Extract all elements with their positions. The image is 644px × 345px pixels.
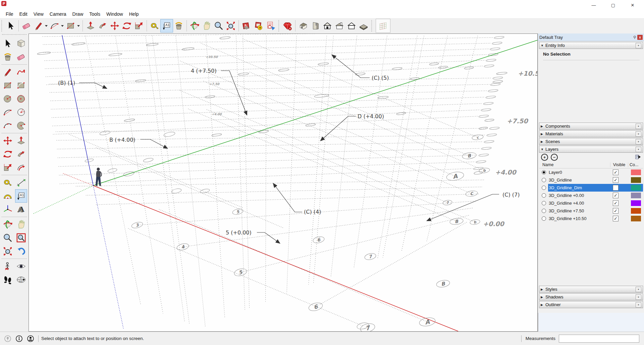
layer-row[interactable]: 3D_Gridline_Dim — [539, 184, 643, 192]
freehand-tool-button[interactable] — [15, 66, 27, 78]
menu-file[interactable]: File — [3, 11, 16, 17]
component-tool-button[interactable] — [15, 37, 27, 50]
layer-color-swatch[interactable] — [631, 216, 641, 221]
section-close-icon[interactable]: × — [636, 302, 641, 307]
section-header-materials[interactable]: ▶Materials× — [539, 130, 643, 137]
visible-checkbox[interactable]: ✓ — [613, 177, 619, 183]
layer-details-menu-icon[interactable] — [635, 154, 641, 160]
house_roof-tool-button[interactable] — [358, 19, 370, 32]
arc-dropdown-icon[interactable] — [61, 25, 64, 27]
select-tool-button[interactable] — [5, 19, 17, 32]
select-tool-button[interactable] — [2, 37, 13, 50]
layer-row[interactable]: 3D_Gridline +4.00✓ — [539, 199, 643, 207]
close-button[interactable]: ✕ — [625, 0, 640, 10]
sign-in-icon[interactable] — [27, 335, 34, 342]
pan-tool-button[interactable] — [15, 218, 27, 231]
house_back-tool-button[interactable] — [345, 19, 358, 32]
followme-tool-button[interactable] — [15, 148, 27, 160]
house_iso-tool-button[interactable] — [297, 19, 309, 32]
offset-tool-button[interactable] — [15, 161, 27, 174]
section-header-layers[interactable]: ▼Layers× — [539, 146, 643, 153]
column-header-visible[interactable]: Visible — [610, 162, 628, 167]
prev-tool-button[interactable] — [15, 245, 27, 258]
visible-checkbox[interactable]: ✓ — [613, 208, 619, 214]
add-layer-button[interactable]: + — [541, 154, 548, 161]
section-close-icon[interactable]: × — [636, 43, 641, 48]
collapse-icon[interactable]: ▼ — [541, 148, 545, 151]
wh2-tool-button[interactable] — [253, 19, 265, 32]
expand-icon[interactable]: ▶ — [541, 132, 545, 136]
layer-color-swatch[interactable] — [631, 193, 641, 198]
geolocation-icon[interactable] — [4, 335, 11, 342]
remove-layer-button[interactable]: − — [551, 154, 558, 161]
rect-tool-button[interactable] — [2, 79, 13, 92]
followme-tool-button[interactable] — [97, 19, 109, 32]
section-header-styles[interactable]: ▶Styles× — [539, 286, 643, 293]
expand-icon[interactable]: ▶ — [541, 303, 545, 306]
layer-color-swatch[interactable] — [631, 200, 641, 206]
zoomext-tool-button[interactable] — [2, 245, 13, 258]
visible-checkbox[interactable] — [613, 185, 619, 191]
expand-icon[interactable]: ▶ — [541, 125, 545, 128]
visible-checkbox[interactable]: ✓ — [613, 193, 619, 198]
scale-tool-button[interactable] — [2, 161, 13, 174]
visible-checkbox[interactable]: ✓ — [613, 216, 619, 221]
eraser-tool-button[interactable] — [20, 19, 33, 32]
pie-tool-button[interactable] — [15, 106, 27, 119]
wh3-tool-button[interactable] — [265, 19, 277, 32]
layer-color-swatch[interactable] — [631, 169, 641, 175]
rotrect-tool-button[interactable] — [15, 79, 27, 92]
text-tool-button[interactable]: A1 — [15, 190, 27, 202]
paint-tool-button[interactable] — [2, 51, 13, 63]
menu-draw[interactable]: Draw — [69, 11, 87, 17]
model-viewport[interactable]: 34567567AcBbC7BbAB4 (+7.50)(B) (1)(C) (5… — [29, 33, 538, 332]
house_chim-tool-button[interactable] — [333, 19, 345, 32]
gem-tool-button[interactable] — [281, 19, 293, 32]
menu-camera[interactable]: Camera — [47, 11, 69, 17]
column-header-name[interactable]: Name — [539, 162, 610, 167]
zoomwin-tool-button[interactable] — [15, 231, 27, 244]
section-header-scenes[interactable]: ▶Scenes× — [539, 138, 643, 145]
rect-tool-button[interactable] — [65, 19, 77, 32]
current-layer-radio[interactable] — [542, 186, 546, 190]
section-header-outliner[interactable]: ▶Outliner× — [539, 301, 643, 308]
orbit-tool-button[interactable] — [2, 218, 13, 231]
pencil-dropdown-icon[interactable] — [45, 25, 48, 27]
protractor-tool-button[interactable] — [2, 190, 13, 202]
column-header-color[interactable]: Co... — [628, 162, 643, 167]
eraser-tool-button[interactable] — [15, 51, 27, 63]
zoomext-tool-button[interactable] — [225, 19, 237, 32]
pushpull-tool-button[interactable] — [85, 19, 97, 32]
scale-tool-button[interactable] — [133, 19, 145, 32]
grid-text-label[interactable]: (C) (4) — [273, 184, 321, 215]
zoom-tool-button[interactable] — [213, 19, 225, 32]
sandbox-tool-button[interactable] — [376, 19, 390, 33]
minimize-button[interactable]: — — [586, 0, 601, 10]
arc-tool-button[interactable] — [49, 19, 61, 32]
section-close-icon[interactable]: × — [636, 131, 641, 137]
arc-tool-button[interactable] — [2, 106, 13, 119]
measurements-input[interactable] — [559, 335, 639, 343]
text-tool-button[interactable]: A1 — [161, 19, 173, 32]
palette-grip[interactable] — [2, 34, 26, 37]
walk-tool-button[interactable] — [2, 273, 13, 286]
move-tool-button[interactable] — [109, 19, 121, 32]
layer-color-swatch[interactable] — [631, 208, 641, 214]
layer-row[interactable]: Layer0✓ — [539, 168, 643, 176]
zoom-tool-button[interactable] — [2, 231, 13, 244]
grid-text-label[interactable]: D (+4.00) — [321, 113, 384, 141]
person-figure[interactable] — [96, 168, 102, 186]
layer-row[interactable]: 3D_Gridline +7.50✓ — [539, 207, 643, 215]
pie2-tool-button[interactable] — [15, 119, 27, 132]
pencil-tool-button[interactable] — [33, 19, 45, 32]
section-header-entity-info[interactable]: ▼Entity Info× — [539, 42, 643, 49]
expand-icon[interactable]: ▶ — [541, 140, 545, 143]
current-layer-radio[interactable] — [542, 178, 546, 182]
menu-view[interactable]: View — [31, 11, 47, 17]
pushpull-tool-button[interactable] — [15, 134, 27, 147]
menu-edit[interactable]: Edit — [16, 11, 31, 17]
section-close-icon[interactable]: × — [636, 147, 641, 152]
paint-tool-button[interactable] — [173, 19, 185, 32]
pencil-tool-button[interactable] — [2, 66, 13, 78]
section-close-icon[interactable]: × — [636, 139, 641, 144]
